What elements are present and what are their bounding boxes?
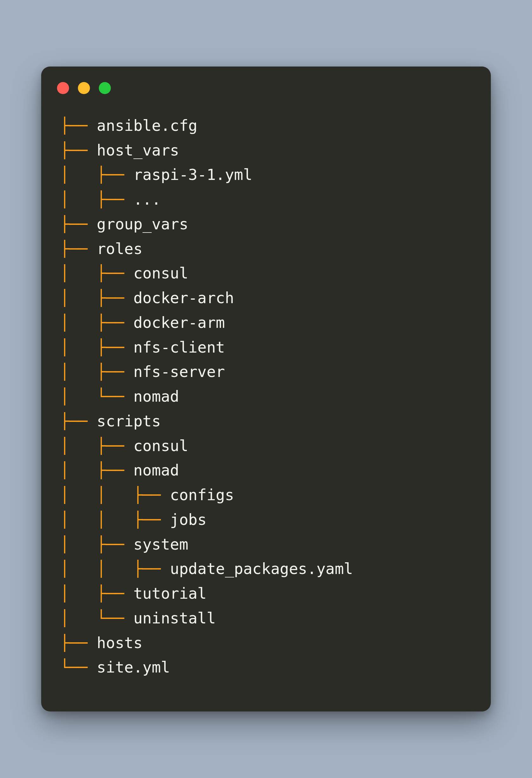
tree-prefix: ├──: [60, 412, 97, 430]
terminal-output: ├── ansible.cfg├── host_vars│ ├── raspi-…: [41, 101, 491, 693]
tree-line: │ ├── nomad: [60, 458, 472, 483]
tree-node-name: group_vars: [97, 215, 188, 233]
tree-line: ├── group_vars: [60, 212, 472, 237]
zoom-icon[interactable]: [99, 82, 111, 94]
tree-prefix: └──: [60, 658, 97, 676]
tree-node-name: site.yml: [97, 658, 170, 676]
tree-line: └── site.yml: [60, 655, 472, 680]
close-icon[interactable]: [57, 82, 69, 94]
tree-prefix: │ ├──: [60, 437, 133, 455]
tree-node-name: configs: [170, 486, 234, 504]
tree-node-name: hosts: [97, 634, 143, 651]
tree-line: │ ├── consul: [60, 434, 472, 458]
tree-line: │ ├── tutorial: [60, 581, 472, 606]
terminal-window: ├── ansible.cfg├── host_vars│ ├── raspi-…: [41, 67, 491, 711]
tree-node-name: docker-arm: [133, 314, 225, 331]
tree-node-name: ...: [133, 190, 161, 208]
tree-line: ├── scripts: [60, 409, 472, 434]
tree-line: │ └── nomad: [60, 384, 472, 409]
tree-prefix: ├──: [60, 116, 97, 134]
tree-node-name: nomad: [133, 461, 179, 479]
tree-node-name: consul: [133, 437, 188, 455]
tree-line: ├── roles: [60, 237, 472, 261]
tree-node-name: uninstall: [133, 609, 216, 627]
tree-line: │ └── uninstall: [60, 606, 472, 631]
tree-prefix: ├──: [60, 141, 97, 159]
tree-prefix: ├──: [60, 634, 97, 651]
tree-prefix: │ ├──: [60, 338, 133, 356]
tree-node-name: docker-arch: [133, 289, 234, 307]
tree-prefix: ├──: [60, 240, 97, 257]
tree-line: │ ├── nfs-server: [60, 360, 472, 384]
tree-node-name: roles: [97, 240, 143, 257]
tree-prefix: │ ├──: [60, 264, 133, 282]
tree-node-name: ansible.cfg: [97, 116, 198, 134]
tree-line: ├── host_vars: [60, 138, 472, 163]
tree-prefix: │ │ ├──: [60, 486, 170, 504]
tree-prefix: │ ├──: [60, 585, 133, 602]
tree-line: │ ├── nfs-client: [60, 335, 472, 360]
tree-prefix: │ ├──: [60, 461, 133, 479]
minimize-icon[interactable]: [78, 82, 90, 94]
tree-node-name: nfs-client: [133, 338, 225, 356]
tree-node-name: host_vars: [97, 141, 179, 159]
tree-line: │ ├── docker-arm: [60, 310, 472, 335]
tree-line: │ ├── consul: [60, 261, 472, 286]
tree-line: │ │ ├── jobs: [60, 508, 472, 532]
tree-node-name: raspi-3-1.yml: [133, 166, 252, 183]
tree-line: │ ├── docker-arch: [60, 286, 472, 310]
tree-node-name: nfs-server: [133, 363, 225, 380]
tree-prefix: │ └──: [60, 387, 133, 405]
tree-prefix: │ ├──: [60, 363, 133, 380]
tree-node-name: jobs: [170, 511, 207, 528]
tree-node-name: tutorial: [133, 585, 206, 602]
tree-prefix: ├──: [60, 215, 97, 233]
tree-prefix: │ │ ├──: [60, 511, 170, 528]
window-titlebar: [41, 67, 491, 101]
tree-node-name: nomad: [133, 387, 179, 405]
tree-prefix: │ ├──: [60, 166, 133, 183]
tree-line: ├── hosts: [60, 631, 472, 655]
tree-node-name: update_packages.yaml: [170, 560, 353, 577]
tree-node-name: system: [133, 535, 188, 553]
tree-prefix: │ │ ├──: [60, 560, 170, 577]
tree-line: │ │ ├── configs: [60, 483, 472, 508]
tree-line: │ ├── ...: [60, 187, 472, 212]
tree-prefix: │ └──: [60, 609, 133, 627]
tree-line: │ ├── raspi-3-1.yml: [60, 162, 472, 187]
tree-line: │ ├── system: [60, 532, 472, 557]
tree-prefix: │ ├──: [60, 535, 133, 553]
tree-line: ├── ansible.cfg: [60, 113, 472, 138]
tree-node-name: consul: [133, 264, 188, 282]
tree-prefix: │ ├──: [60, 190, 133, 208]
tree-node-name: scripts: [97, 412, 161, 430]
tree-line: │ │ ├── update_packages.yaml: [60, 557, 472, 581]
tree-prefix: │ ├──: [60, 289, 133, 307]
tree-prefix: │ ├──: [60, 314, 133, 331]
